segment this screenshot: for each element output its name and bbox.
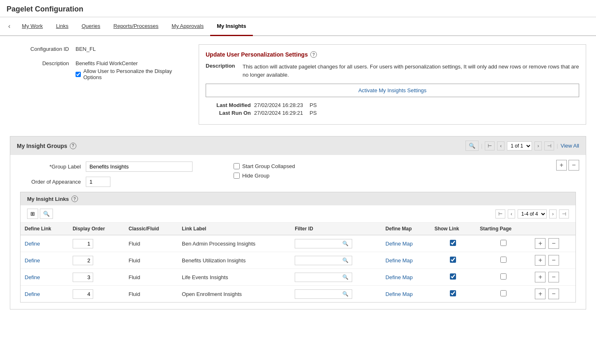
insight-links-header: My Insight Links ?: [21, 192, 575, 205]
groups-last-button[interactable]: ⊣: [544, 141, 554, 150]
last-run-user: PS: [309, 110, 316, 116]
order-appearance-label: Order of Appearance: [20, 179, 86, 185]
insight-groups-header: My Insight Groups ? 🔍 | ⊢ ‹ 1 of 1 › ⊣ |…: [10, 136, 586, 155]
filter-search-btn-1[interactable]: 🔍: [340, 256, 351, 264]
group-remove-button[interactable]: −: [568, 160, 579, 171]
define-link-2[interactable]: Define: [25, 274, 40, 280]
row-remove-btn-0[interactable]: −: [548, 238, 559, 249]
last-modified-label: Last Modified: [206, 102, 251, 108]
table-row: Define Fluid Ben Admin Processing Insigh…: [21, 235, 575, 252]
classic-fluid-cell-0: Fluid: [124, 235, 178, 252]
config-id-value: BEN_FL: [76, 46, 182, 52]
activate-settings-button[interactable]: Activate My Insights Settings: [206, 84, 579, 97]
starting-page-checkbox-3[interactable]: [500, 290, 507, 296]
tab-back-button[interactable]: ‹: [7, 18, 12, 35]
show-link-checkbox-3[interactable]: [450, 290, 456, 296]
separator-2: |: [557, 143, 558, 149]
col-display-order: Display Order: [69, 223, 124, 235]
allow-personalize-label: Allow User to Personalize the Display Op…: [83, 68, 182, 80]
links-last-button[interactable]: ⊣: [559, 209, 569, 218]
display-order-input-2[interactable]: [73, 273, 93, 282]
filter-search-btn-2[interactable]: 🔍: [340, 273, 351, 281]
filter-input-3[interactable]: [295, 290, 340, 298]
starting-page-checkbox-0[interactable]: [500, 240, 507, 246]
config-desc-label: Description: [10, 59, 76, 80]
show-link-checkbox-1[interactable]: [450, 257, 456, 263]
starting-page-checkbox-2[interactable]: [500, 273, 507, 280]
define-link-1[interactable]: Define: [25, 257, 40, 264]
define-map-link-2[interactable]: Define Map: [385, 274, 413, 280]
separator-1: |: [481, 143, 482, 149]
tab-my-insights[interactable]: My Insights: [210, 17, 253, 36]
links-grid-button[interactable]: ⊞: [27, 209, 38, 219]
row-remove-btn-3[interactable]: −: [548, 289, 559, 299]
row-add-btn-3[interactable]: +: [535, 289, 546, 299]
order-appearance-input[interactable]: [86, 177, 110, 187]
define-link-0[interactable]: Define: [25, 241, 40, 247]
insight-links-info-icon: ?: [71, 196, 78, 202]
start-collapsed-checkbox[interactable]: [234, 163, 240, 169]
classic-fluid-cell-2: Fluid: [124, 269, 178, 286]
define-map-link-0[interactable]: Define Map: [385, 241, 413, 247]
row-add-btn-1[interactable]: +: [535, 255, 546, 266]
row-remove-btn-2[interactable]: −: [548, 272, 559, 282]
link-label-cell-2: Life Events Insights: [178, 269, 291, 286]
groups-prev-button[interactable]: ‹: [497, 141, 504, 150]
starting-page-checkbox-1[interactable]: [500, 257, 507, 263]
filter-search-btn-3[interactable]: 🔍: [340, 290, 351, 298]
insight-links-table: Define Link Display Order Classic/Fluid …: [21, 223, 575, 302]
row-remove-btn-1[interactable]: −: [548, 255, 559, 266]
filter-input-0[interactable]: [295, 239, 340, 248]
show-link-checkbox-0[interactable]: [450, 240, 456, 246]
tab-my-work[interactable]: My Work: [15, 17, 49, 36]
insight-links-title: My Insight Links: [27, 196, 69, 202]
col-link-label: Link Label: [178, 223, 291, 235]
tab-links[interactable]: Links: [49, 17, 75, 36]
groups-page-select[interactable]: 1 of 1: [507, 141, 532, 150]
display-order-input-3[interactable]: [73, 289, 93, 299]
filter-search-btn-0[interactable]: 🔍: [340, 239, 351, 248]
links-next-button[interactable]: ›: [549, 209, 557, 218]
group-label-input[interactable]: [86, 162, 193, 172]
update-desc-text: This action will activate pagelet change…: [243, 63, 579, 79]
show-link-checkbox-2[interactable]: [450, 273, 456, 280]
update-info-icon: ?: [310, 51, 317, 58]
links-prev-button[interactable]: ‹: [508, 209, 515, 218]
link-label-cell-0: Ben Admin Processing Insights: [178, 235, 291, 252]
col-show-link: Show Link: [430, 223, 475, 235]
define-link-3[interactable]: Define: [25, 291, 40, 297]
config-desc-value: Benefits Fluid WorkCenter: [76, 60, 182, 66]
allow-personalize-checkbox[interactable]: [76, 72, 81, 77]
groups-view-all-link[interactable]: View All: [561, 143, 579, 149]
table-row: Define Fluid Open Enrollment Insights 🔍 …: [21, 286, 575, 303]
classic-fluid-cell-3: Fluid: [124, 286, 178, 303]
row-add-btn-0[interactable]: +: [535, 238, 546, 249]
define-map-link-1[interactable]: Define Map: [385, 257, 413, 264]
define-map-link-3[interactable]: Define Map: [385, 291, 413, 297]
display-order-input-1[interactable]: [73, 256, 93, 265]
display-order-input-0[interactable]: [73, 239, 93, 248]
start-collapsed-label: Start Group Collapsed: [242, 163, 295, 169]
col-filter-id: Filter ID: [291, 223, 381, 235]
group-add-button[interactable]: +: [556, 160, 567, 171]
groups-first-button[interactable]: ⊢: [485, 141, 495, 150]
links-search-button[interactable]: 🔍: [40, 209, 53, 219]
filter-input-2[interactable]: [295, 273, 340, 282]
insight-groups-info-icon: ?: [70, 143, 76, 149]
tab-queries[interactable]: Queries: [75, 17, 107, 36]
filter-input-1[interactable]: [295, 256, 340, 265]
tab-reports-processes[interactable]: Reports/Processes: [107, 17, 165, 36]
tab-my-approvals[interactable]: My Approvals: [165, 17, 210, 36]
row-add-btn-2[interactable]: +: [535, 272, 546, 282]
groups-search-button[interactable]: 🔍: [465, 141, 479, 151]
hide-group-checkbox[interactable]: [234, 173, 240, 179]
groups-next-button[interactable]: ›: [534, 141, 542, 150]
link-label-cell-3: Open Enrollment Insights: [178, 286, 291, 303]
config-id-label: Configuration ID: [10, 44, 76, 52]
update-desc-label: Description: [206, 63, 243, 79]
links-first-button[interactable]: ⊢: [495, 209, 505, 218]
table-row: Define Fluid Life Events Insights 🔍 Defi…: [21, 269, 575, 286]
links-page-select[interactable]: 1-4 of 4: [518, 209, 547, 218]
update-panel-title: Update User Personalization Settings ?: [206, 51, 579, 58]
page-title: Pagelet Configuration: [0, 0, 596, 17]
